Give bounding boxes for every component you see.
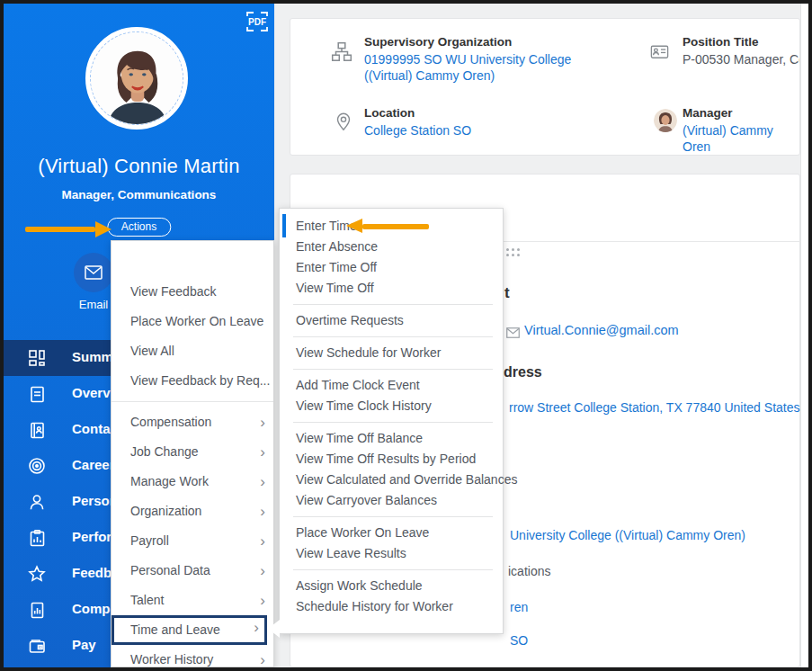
chevron-right-icon: › (260, 645, 265, 667)
actions-button[interactable]: Actions (107, 218, 171, 237)
submenu-divider (293, 422, 493, 423)
enter-time-pointer-arrow-icon (346, 219, 432, 234)
menu-item-label: Personal Data (130, 563, 210, 577)
org-chart-icon (330, 40, 353, 67)
chevron-right-icon: › (260, 586, 265, 615)
submenu-item-add-time-clock-event[interactable]: Add Time Clock Event (280, 375, 503, 396)
menu-item-label: Worker History (130, 652, 213, 667)
location-pin-icon (333, 110, 354, 137)
menu-item-label: Organization (130, 504, 201, 518)
worker-photo-ring (90, 31, 183, 125)
drag-handle-icon[interactable] (501, 248, 522, 258)
export-pdf-icon[interactable]: PDF (244, 9, 271, 34)
submenu-item-view-time-off[interactable]: View Time Off (280, 278, 503, 299)
worker-profile-page: PDF (Vir (4, 4, 808, 667)
location-label: Location (364, 106, 471, 120)
worker-photo[interactable] (85, 27, 188, 130)
menu-item-label: Time and Leave (130, 622, 220, 637)
menu-item-job-change[interactable]: Job Change › (112, 437, 273, 467)
summary-grid-icon (27, 348, 47, 368)
email-row-envelope-icon (506, 326, 520, 342)
menu-item-personal-data[interactable]: Personal Data › (112, 556, 273, 586)
submenu-divider (293, 304, 493, 305)
submenu-item-place-worker-on-leave[interactable]: Place Worker On Leave (280, 523, 503, 543)
menu-item-payroll[interactable]: Payroll › (112, 526, 273, 556)
submenu-item-view-time-off-results-by-period[interactable]: View Time Off Results by Period (280, 449, 503, 470)
menu-divider (112, 401, 273, 402)
email-contact-label: Email (74, 298, 113, 311)
submenu-divider (293, 516, 493, 517)
submenu-pointer-tail (268, 620, 280, 638)
menu-item-worker-history[interactable]: Worker History › (112, 645, 273, 667)
submenu-item-enter-time[interactable]: Enter Time (280, 216, 503, 237)
submenu-item-view-leave-results[interactable]: View Leave Results (280, 543, 503, 564)
chevron-right-icon: › (260, 437, 265, 467)
submenu-item-view-time-clock-history[interactable]: View Time Clock History (280, 396, 503, 416)
manager-link[interactable]: (Virtual) Cammy Oren (683, 122, 799, 155)
menu-item-view-feedback-by-req[interactable]: View Feedback by Req... (112, 366, 273, 396)
worker-name: (Virtual) Connie Martin (4, 155, 274, 178)
menu-item-label: Manage Work (130, 474, 209, 488)
person-icon (27, 492, 47, 512)
menu-item-label: Talent (130, 593, 164, 607)
envelope-icon (85, 265, 103, 280)
clipboard-chart-icon (27, 528, 47, 548)
location-link[interactable]: College Station SO (364, 122, 471, 139)
svg-text:PDF: PDF (248, 17, 266, 27)
submenu-item-overtime-requests[interactable]: Overtime Requests (280, 310, 503, 331)
manager-label: Manager (683, 106, 799, 120)
submenu-item-view-schedule-for-worker[interactable]: View Schedule for Worker (280, 343, 503, 363)
menu-item-view-feedback[interactable]: View Feedback (112, 277, 273, 307)
menu-item-compensation[interactable]: Compensation › (112, 407, 273, 437)
wallet-icon (27, 636, 47, 656)
submenu-item-enter-absence[interactable]: Enter Absence (280, 237, 503, 257)
menu-item-label: Compensation (130, 415, 211, 429)
chevron-right-icon: › (260, 497, 265, 526)
menu-item-manage-work[interactable]: Manage Work › (112, 467, 273, 497)
submenu-divider (293, 569, 493, 570)
manager-link-clipped[interactable]: ren (510, 600, 528, 614)
menu-item-place-worker-on-leave[interactable]: Place Worker On Leave (112, 307, 273, 336)
submenu-item-view-carryover-balances[interactable]: View Carryover Balances (280, 490, 503, 511)
location-link-clipped[interactable]: SO (510, 633, 528, 648)
organization-link-clipped[interactable]: University College ((Virtual) Cammy Oren… (510, 528, 745, 542)
submenu-divider (293, 369, 493, 370)
sidebar-item-label: Career (72, 457, 115, 472)
email-link[interactable]: Virtual.Connie@gmail.com (524, 323, 679, 337)
position-badge-icon (648, 41, 671, 66)
address-heading-clipped: dress (504, 364, 542, 380)
document-icon (27, 384, 47, 404)
supervisory-org-label: Supervisory Organization (364, 35, 623, 49)
job-profile-text-clipped: ications (508, 564, 550, 578)
star-icon (27, 564, 47, 584)
menu-item-talent[interactable]: Talent › (112, 586, 273, 615)
submenu-item-view-calculated-and-override-balances[interactable]: View Calculated and Override Balances (280, 470, 503, 490)
position-title-label: Position Title (683, 35, 801, 49)
worker-job-title: Manager, Communications (4, 188, 274, 201)
chevron-right-icon: › (260, 407, 265, 437)
statement-chart-icon (27, 600, 47, 620)
submenu-item-assign-work-schedule[interactable]: Assign Work Schedule (280, 576, 503, 596)
contact-card-icon (27, 420, 47, 440)
menu-item-label: Payroll (130, 533, 169, 548)
menu-item-view-all[interactable]: View All (112, 336, 273, 366)
chevron-right-icon: › (260, 526, 265, 556)
actions-dropdown-menu: View Feedback Place Worker On Leave View… (111, 240, 274, 667)
submenu-item-schedule-history-for-worker[interactable]: Schedule History for Worker (280, 596, 503, 617)
time-and-leave-submenu: Enter Time Enter Absence Enter Time Off … (279, 208, 504, 634)
scrollbar-track[interactable] (800, 4, 808, 667)
menu-item-organization[interactable]: Organization › (112, 497, 273, 526)
address-link-clipped[interactable]: rrow Street College Station, TX 77840 Un… (509, 400, 808, 415)
submenu-item-enter-time-off[interactable]: Enter Time Off (280, 257, 503, 278)
chevron-right-icon: › (254, 615, 259, 640)
menu-item-time-and-leave[interactable]: Time and Leave › (112, 615, 267, 645)
submenu-item-view-time-off-balance[interactable]: View Time Off Balance (280, 428, 503, 449)
worker-summary-card: Supervisory Organization 01999995 SO WU … (290, 18, 800, 156)
contact-heading-clipped: t (504, 284, 510, 302)
chevron-right-icon: › (260, 467, 265, 497)
supervisory-org-link[interactable]: 01999995 SO WU University College ((Virt… (364, 51, 614, 84)
email-contact-button[interactable] (74, 253, 113, 292)
chevron-right-icon: › (260, 556, 265, 586)
submenu-divider (293, 336, 493, 337)
menu-item-label: Job Change (130, 444, 199, 459)
